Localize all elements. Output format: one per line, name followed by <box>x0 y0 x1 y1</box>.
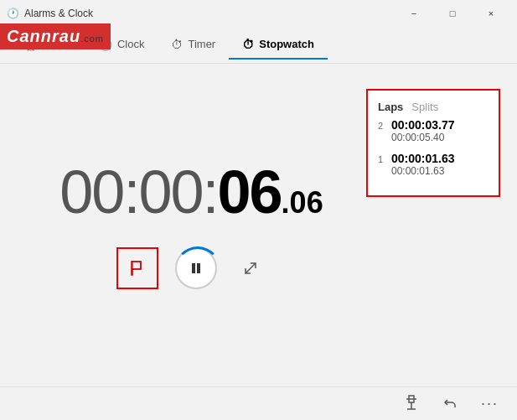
nav-item-stopwatch[interactable]: ⏱ Stopwatch <box>229 31 328 60</box>
lap-split-time-1: 00:00:01.63 <box>391 165 489 177</box>
clock-icon: 🕐 <box>98 38 112 51</box>
title-bar: 🕐 Alarms & Clock − □ × <box>0 0 517 27</box>
lap-entry-2: 2 00:00:03.77 00:00:05.40 <box>378 118 489 143</box>
nav-label-stopwatch: Stopwatch <box>259 38 314 50</box>
bottom-btn-more[interactable]: ··· <box>476 391 504 416</box>
nav-item-alarm[interactable]: ⏰ Alarm <box>10 31 85 60</box>
controls <box>116 247 267 289</box>
close-button[interactable]: × <box>472 0 510 27</box>
svg-marker-0 <box>132 262 141 275</box>
more-dots-icon: ··· <box>481 395 499 412</box>
bottom-btn-2[interactable] <box>437 391 463 417</box>
maximize-button[interactable]: □ <box>433 0 472 27</box>
laps-panel: Laps Splits 2 00:00:03.77 00:00:05.40 1 … <box>366 89 500 197</box>
nav-item-clock[interactable]: 🕐 Clock <box>85 31 158 60</box>
share-icon <box>442 395 458 410</box>
nav-label-timer: Timer <box>188 38 215 50</box>
svg-rect-3 <box>197 263 200 273</box>
lap-number-1: 1 <box>378 154 386 164</box>
laps-header: Laps Splits <box>378 101 489 113</box>
expand-icon <box>242 260 259 277</box>
lap-number-2: 2 <box>378 121 386 131</box>
lap-entry-1: 1 00:00:01.63 00:00:01.63 <box>378 152 489 177</box>
svg-rect-2 <box>192 263 195 273</box>
bottom-bar: ··· <box>0 386 517 420</box>
lap-main-time-1: 00:00:01.63 <box>391 152 455 165</box>
laps-tab-splits[interactable]: Splits <box>411 101 438 113</box>
pause-button[interactable] <box>175 247 217 289</box>
nav-bar: ⏰ Alarm 🕐 Clock ⏱ Timer ⏱ Stopwatch <box>0 27 517 64</box>
stopwatch-icon: ⏱ <box>242 38 254 51</box>
alarm-icon: ⏰ <box>23 38 38 51</box>
time-seconds: 06 <box>218 162 282 222</box>
nav-label-clock: Clock <box>117 38 145 50</box>
pause-icon <box>189 262 203 275</box>
time-prefix: 00:00: <box>59 162 217 222</box>
app-title: Alarms & Clock <box>24 8 93 19</box>
lap-split-time-2: 00:00:05.40 <box>391 132 489 143</box>
laps-tab-laps[interactable]: Laps <box>378 101 403 113</box>
flag-icon <box>129 260 146 277</box>
pin-icon <box>404 395 419 410</box>
timer-icon: ⏱ <box>171 38 183 51</box>
time-display: 00:00: 06 .06 <box>59 162 323 222</box>
nav-label-alarm: Alarm <box>43 38 71 50</box>
nav-item-timer[interactable]: ⏱ Timer <box>158 31 229 60</box>
expand-button[interactable] <box>234 251 267 285</box>
lap-main-time-2: 00:00:03.77 <box>391 118 455 132</box>
minimize-button[interactable]: − <box>395 0 433 27</box>
bottom-btn-1[interactable] <box>399 391 424 417</box>
time-centiseconds: .06 <box>282 188 323 218</box>
app-icon: 🕐 <box>7 8 19 19</box>
title-bar-left: 🕐 Alarms & Clock <box>7 8 93 19</box>
lap-row-1: 1 00:00:01.63 <box>378 152 489 165</box>
svg-marker-1 <box>132 262 141 269</box>
stopwatch-area: 00:00: 06 .06 <box>17 162 366 289</box>
window-controls: − □ × <box>395 0 510 27</box>
lap-button[interactable] <box>116 247 158 289</box>
lap-row-2: 2 00:00:03.77 <box>378 118 489 132</box>
main-content: 00:00: 06 .06 <box>0 64 517 386</box>
